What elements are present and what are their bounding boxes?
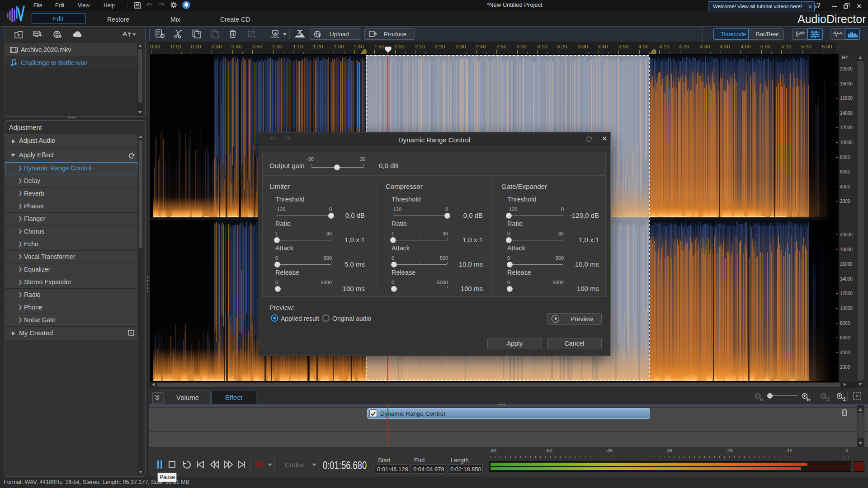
svg-text:?: ? [130,331,132,335]
